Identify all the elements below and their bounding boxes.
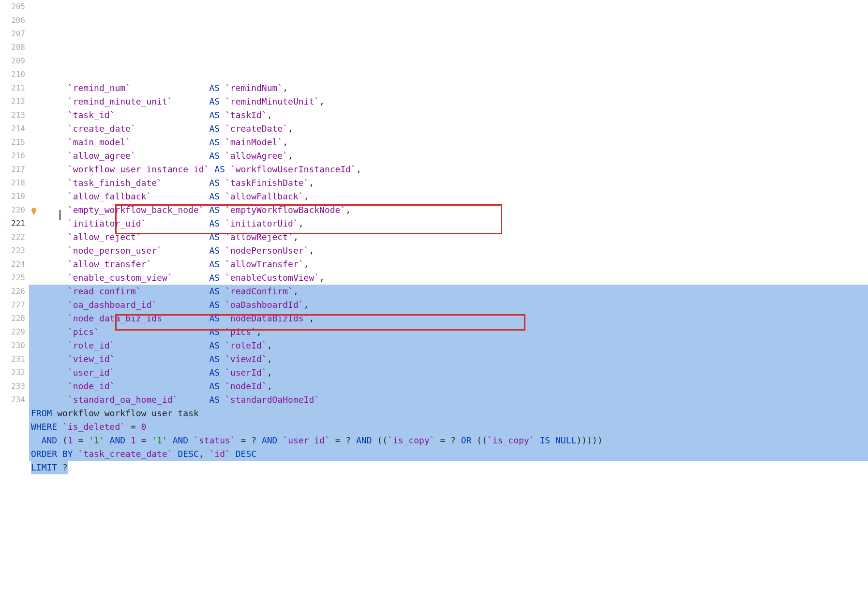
sql-alias: `taskId` — [225, 110, 267, 120]
code-line[interactable]: `node_data_biz_ids` AS `nodeDataBizIds`, — [29, 312, 868, 325]
code-line[interactable]: `role_id` AS `roleId`, — [29, 339, 868, 352]
code-line[interactable]: `task_id` AS `taskId`, — [29, 108, 868, 122]
code-line[interactable]: `view_id` AS `viewId`, — [29, 352, 868, 366]
code-line[interactable]: `oa_dashboard_id` AS `oaDashboardId`, — [29, 298, 868, 312]
sql-keyword-as: AS — [209, 340, 220, 350]
code-line[interactable]: `empty_workflow_back_node` AS `emptyWork… — [29, 203, 868, 217]
sql-keyword-as: AS — [209, 381, 220, 391]
line-number: 219 — [0, 190, 25, 203]
sql-column: `task_id` — [68, 110, 115, 120]
sql-keyword-as: AS — [209, 327, 220, 337]
line-number: 227 — [0, 298, 25, 312]
sql-alias: `standardOaHomeId` — [225, 395, 319, 405]
code-area[interactable]: `remind_num` AS `remindNum`, `remind_min… — [29, 0, 868, 607]
code-line[interactable]: ORDER BY `task_create_date` DESC, `id` D… — [29, 447, 868, 461]
code-line[interactable]: `read_confirm` AS `readConfirm`, — [29, 285, 868, 298]
code-line[interactable]: `node_id` AS `nodeId`, — [29, 379, 868, 393]
sql-column: `allow_transfer` — [68, 259, 151, 269]
sql-keyword-as: AS — [209, 178, 220, 188]
sql-column: `remind_num` — [68, 83, 131, 93]
line-number: 230 — [0, 339, 25, 352]
line-number: 210 — [0, 68, 25, 81]
code-line[interactable]: `remind_minute_unit` AS `remindMinuteUni… — [29, 95, 868, 108]
sql-alias: `allowAgree` — [225, 151, 288, 161]
sql-column: `node_data_biz_ids` — [68, 313, 167, 323]
line-number: 224 — [0, 258, 25, 271]
sql-alias: `allowTransfer` — [225, 259, 304, 269]
line-number: 213 — [0, 108, 25, 122]
code-line[interactable]: `pics` AS `pics`, — [29, 325, 868, 339]
sql-alias: `workflowUserInstanceId` — [230, 164, 356, 174]
sql-alias: `emptyWorkflowBackNode` — [225, 205, 345, 215]
line-number-gutter: 2052062072082092102112122132142152162172… — [0, 0, 29, 607]
code-line[interactable]: AND (1 = '1' AND 1 = '1' AND `status` = … — [29, 434, 868, 447]
code-line[interactable]: `create_date` AS `createDate`, — [29, 122, 868, 136]
sql-keyword-as: AS — [209, 110, 220, 120]
code-line[interactable]: `enable_custom_view` AS `enableCustomVie… — [29, 271, 868, 285]
code-line[interactable]: `workflow_user_instance_id` AS `workflow… — [29, 163, 868, 176]
sql-keyword-from: FROM — [31, 408, 52, 418]
sql-keyword-as: AS — [209, 273, 220, 283]
code-line[interactable]: `task_finish_date` AS `taskFinishDate`, — [29, 176, 868, 190]
code-line[interactable]: `main_model` AS `mainModel`, — [29, 136, 868, 149]
sql-alias: `allowFallback` — [225, 191, 304, 201]
sql-column: `view_id` — [68, 354, 115, 364]
line-number: 212 — [0, 95, 25, 108]
sql-alias: `pics` — [225, 327, 256, 337]
sql-keyword-orderby: ORDER BY — [31, 449, 73, 459]
line-number: 223 — [0, 244, 25, 258]
line-number: 232 — [0, 366, 25, 379]
sql-column: `task_finish_date` — [68, 178, 162, 188]
line-number: 209 — [0, 54, 25, 68]
code-line[interactable]: WHERE `is_deleted` = 0 — [29, 420, 868, 434]
line-number: 217 — [0, 163, 25, 176]
sql-column: `empty_workflow_back_node` — [68, 205, 204, 215]
sql-column: `workflow_user_instance_id` — [68, 164, 210, 174]
sql-alias: `oaDashboardId` — [225, 300, 304, 310]
line-number: 214 — [0, 122, 25, 136]
sql-keyword-as: AS — [209, 354, 220, 364]
code-line[interactable]: FROM workflow_workflow_user_task — [29, 407, 868, 420]
code-line[interactable] — [29, 68, 868, 81]
sql-alias: `remindMinuteUnit` — [225, 96, 319, 106]
sql-alias: `enableCustomView` — [225, 273, 319, 283]
line-number: 233 — [0, 379, 25, 393]
sql-column: `main_model` — [68, 137, 131, 147]
sql-keyword-as: AS — [209, 313, 220, 323]
code-line[interactable]: `user_id` AS `userId`, — [29, 366, 868, 379]
sql-column: `initiator_uid` — [68, 218, 147, 228]
sql-column: `create_date` — [68, 123, 136, 134]
sql-keyword-as: AS — [209, 83, 220, 93]
code-line[interactable]: `remind_num` AS `remindNum`, — [29, 81, 868, 95]
sql-alias: `taskFinishDate` — [225, 178, 309, 188]
sql-alias: `viewId` — [225, 354, 267, 364]
sql-keyword-as: AS — [209, 259, 220, 269]
line-number: 222 — [0, 230, 25, 244]
line-number: 216 — [0, 149, 25, 163]
sql-table: workflow_workflow_user_task — [57, 408, 199, 418]
sql-keyword-as: AS — [209, 151, 220, 161]
line-number: 231 — [0, 352, 25, 366]
sql-keyword-as: AS — [209, 137, 220, 147]
code-line[interactable]: `initiator_uid` AS `initiatorUid`, — [29, 217, 868, 230]
code-line[interactable]: `node_person_user` AS `nodePersonUser`, — [29, 244, 868, 258]
sql-column: `node_person_user` — [68, 245, 162, 256]
sql-alias: `nodePersonUser` — [225, 245, 309, 256]
sql-keyword-as: AS — [209, 286, 220, 296]
sql-keyword-limit: LIMIT — [31, 462, 57, 472]
line-number: 234 — [0, 393, 25, 407]
sql-column: `read_confirm` — [68, 286, 141, 296]
sql-alias: `remindNum` — [225, 83, 283, 93]
code-line[interactable]: `allow_transfer` AS `allowTransfer`, — [29, 258, 868, 271]
sql-alias: `roleId` — [225, 340, 267, 350]
code-line[interactable]: LIMIT ? — [29, 461, 868, 474]
code-editor[interactable]: 2052062072082092102112122132142152162172… — [0, 0, 868, 607]
sql-column: `standard_oa_home_id` — [68, 395, 178, 405]
sql-keyword-as: AS — [209, 205, 220, 215]
code-line[interactable]: `standard_oa_home_id` AS `standardOaHome… — [29, 393, 868, 407]
sql-column: `allow_reject` — [68, 232, 141, 242]
code-line[interactable]: `allow_reject` AS `allowReject`, — [29, 230, 868, 244]
sql-alias: `nodeDataBizIds` — [225, 313, 309, 323]
code-line[interactable]: `allow_agree` AS `allowAgree`, — [29, 149, 868, 163]
code-line[interactable]: `allow_fallback` AS `allowFallback`, — [29, 190, 868, 203]
